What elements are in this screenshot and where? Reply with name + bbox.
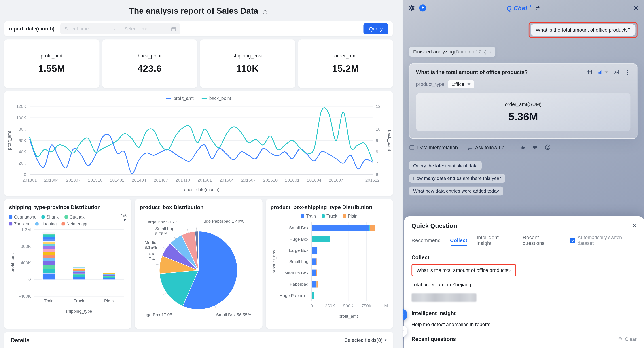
legend-item-profit[interactable]: profit_amt — [166, 96, 194, 101]
svg-text:201401: 201401 — [110, 178, 124, 182]
close-sheet-icon[interactable]: × — [632, 222, 636, 229]
legend-item[interactable]: Shanxi — [41, 214, 60, 219]
kpi-value: 110K — [236, 63, 259, 74]
svg-text:12: 12 — [376, 104, 380, 109]
legend-item[interactable]: Guangdong — [9, 214, 36, 219]
svg-text:Huge Paperbag 1.40%: Huge Paperbag 1.40% — [200, 219, 244, 224]
user-message-row: What is the total amount of office produ… — [409, 22, 637, 38]
svg-text:11: 11 — [376, 116, 380, 120]
thumbs-down-icon[interactable] — [532, 144, 538, 150]
kpi-label: profit_amt — [41, 53, 62, 59]
thumbs-up-icon[interactable] — [520, 144, 526, 150]
insight-question[interactable]: Help me detect anomalies in reports — [412, 322, 636, 328]
kpi-value: 1.55M — [38, 63, 65, 74]
sparkle-icon — [528, 4, 532, 8]
tab-collect[interactable]: Collect — [450, 238, 467, 243]
answer-actions: Data interpretation Ask follow-up — [409, 144, 637, 150]
tab-recommend[interactable]: Recommend — [412, 238, 440, 243]
suggestion-chip[interactable]: Query the latest statistical data — [409, 161, 482, 170]
feedback-smiley-icon[interactable] — [545, 144, 551, 150]
table-view-icon[interactable] — [586, 69, 592, 75]
qchat-topbar: + Q Chat ⇄ × — [402, 0, 644, 16]
select-all-checkbox[interactable] — [47, 348, 48, 348]
legend-next-page-icon[interactable]: ▼ — [116, 218, 127, 222]
caret-down-icon — [467, 84, 470, 87]
checkbox-checked[interactable] — [570, 238, 575, 243]
svg-text:Plain: Plain — [104, 298, 114, 303]
answer-card: What is the total amount of office produ… — [409, 63, 637, 139]
more-options-icon[interactable]: ⋮ — [625, 69, 630, 75]
metric-label: order_amt(SUM) — [505, 101, 542, 107]
svg-text:Small Box 56.55%: Small Box 56.55% — [216, 312, 251, 317]
legend-swatch — [301, 214, 304, 218]
tab-intelligent-insight[interactable]: Intelligent insight — [477, 234, 513, 246]
analysis-status[interactable]: Finished analyzing (Duration 17 s) › — [409, 47, 495, 56]
kpi-label: shipping_cost — [232, 53, 263, 59]
svg-text:9: 9 — [376, 138, 378, 143]
svg-text:Medium Box: Medium Box — [284, 270, 308, 275]
favorite-star-icon[interactable]: ☆ — [262, 7, 268, 16]
start-time-input[interactable]: Select time — [64, 26, 103, 32]
auto-switch-dataset-toggle[interactable]: Automatically switch dataset — [570, 234, 636, 246]
collect-question[interactable]: Total order_amt in Zhejiang — [412, 282, 636, 288]
selected-fields-dropdown[interactable]: Selected fields(8) ▾ — [344, 337, 386, 343]
svg-text:201607: 201607 — [329, 178, 343, 182]
caret-down-icon — [605, 71, 608, 75]
svg-text:Large Box: Large Box — [289, 248, 308, 253]
product-type-select[interactable]: Office — [448, 80, 474, 88]
svg-text:shipping_type: shipping_type — [66, 309, 92, 314]
legend-item-backpoint[interactable]: back_point — [202, 96, 231, 101]
legend-swatch — [62, 222, 65, 226]
legend-item[interactable]: Truck — [322, 214, 337, 218]
suggestion-chip[interactable]: What new data entries were added today — [409, 186, 503, 196]
data-interpretation-button[interactable]: Data interpretation — [409, 144, 458, 150]
svg-text:201501: 201501 — [198, 178, 212, 182]
svg-text:100K: 100K — [16, 116, 26, 120]
range-arrow-icon: → — [111, 26, 116, 32]
svg-text:7.4...: 7.4... — [149, 256, 158, 261]
legend-item[interactable]: Train — [301, 214, 316, 218]
svg-text:500K: 500K — [343, 304, 353, 308]
suggestion-chip[interactable]: How many data entries are there this yea… — [409, 174, 505, 183]
legend-item[interactable]: Guangxi — [64, 214, 86, 219]
svg-text:Paperbag: Paperbag — [290, 282, 308, 286]
annotation-highlight: What is the total amount of office produ… — [529, 22, 638, 38]
svg-text:Pa...: Pa... — [149, 252, 158, 256]
svg-text:6: 6 — [376, 172, 378, 177]
time-range-input[interactable]: Select time → Select time — [60, 24, 180, 34]
svg-text:0: 0 — [28, 277, 31, 282]
svg-text:product_box: product_box — [272, 250, 276, 274]
svg-text:201301: 201301 — [22, 178, 37, 182]
legend-item[interactable]: Zhejiang — [9, 221, 30, 226]
ask-follow-up-button[interactable]: Ask follow-up — [467, 144, 504, 150]
end-time-input[interactable]: Select time — [124, 26, 162, 32]
svg-text:profit_amt: profit_amt — [338, 314, 358, 319]
svg-text:Small Box: Small Box — [289, 226, 308, 230]
svg-text:profit_amt: profit_amt — [7, 131, 12, 150]
tab-recent-questions[interactable]: Recent questions — [522, 234, 560, 246]
chart-type-switcher[interactable] — [598, 69, 608, 75]
legend-swatch — [35, 222, 39, 226]
svg-text:201510: 201510 — [263, 178, 278, 182]
suggested-questions: Query the latest statistical data How ma… — [409, 161, 637, 196]
redacted-question — [412, 293, 476, 302]
close-panel-icon[interactable]: × — [634, 4, 638, 12]
legend-item[interactable]: Plain — [343, 214, 357, 218]
new-chat-button[interactable]: + — [419, 4, 426, 11]
calendar-icon — [170, 26, 176, 32]
clear-recent-button[interactable]: Clear — [618, 336, 636, 342]
collect-question-highlighted[interactable]: What is the total amount of office produ… — [412, 264, 516, 276]
svg-text:8: 8 — [376, 150, 378, 154]
legend-item[interactable]: Liaoning — [35, 221, 56, 226]
switch-mode-icon[interactable]: ⇄ — [535, 5, 540, 11]
settings-icon[interactable] — [408, 4, 415, 11]
legend-item[interactable]: Neimenggu — [62, 221, 88, 226]
svg-text:Small bag: Small bag — [289, 259, 308, 264]
legend-swatch — [9, 222, 12, 226]
svg-text:Huge Box 17.05...: Huge Box 17.05... — [141, 312, 176, 317]
export-image-icon[interactable] — [613, 69, 620, 75]
query-button[interactable]: Query — [363, 24, 388, 34]
line-chart: 020K40K60K80K100K120K6789101112201301201… — [4, 102, 393, 194]
kpi-label: back_point — [138, 53, 162, 59]
qchat-brand: Q Chat ⇄ — [507, 4, 540, 11]
